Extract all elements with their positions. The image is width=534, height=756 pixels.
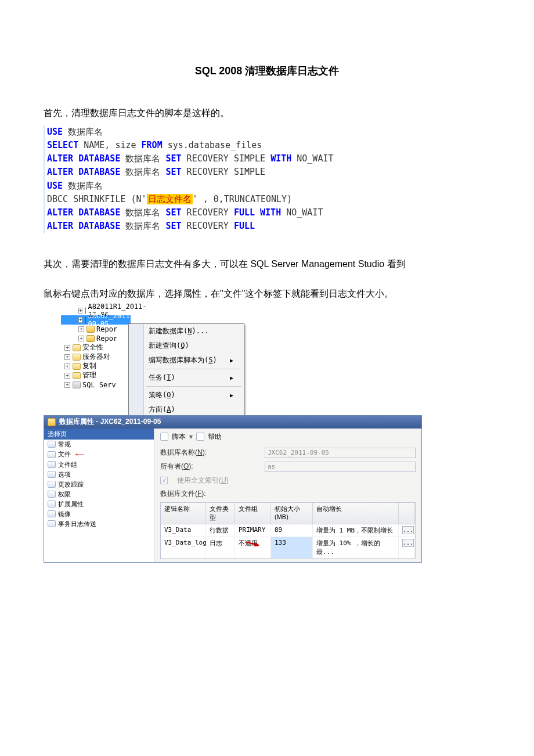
- input-dbname[interactable]: [265, 448, 416, 458]
- page-icon: [48, 451, 56, 458]
- tree-item-selected[interactable]: +JXC62_2011-09-05: [61, 315, 131, 325]
- expand-icon[interactable]: +: [78, 326, 84, 332]
- sidebar-header: 选择页: [44, 429, 154, 440]
- dialog-title: 数据库属性 - JXC62_2011-09-05: [59, 417, 161, 427]
- grid-row-log[interactable]: V3_Data_log 日志 不适用 →133 增量为 10% ，增长的最...…: [161, 537, 415, 559]
- folder-icon: [73, 372, 81, 379]
- label-fulltext: 使用全文索引(U): [177, 476, 229, 485]
- tree-item-serverobjects[interactable]: +服务器对: [61, 352, 131, 362]
- page-icon: [48, 441, 56, 448]
- page-icon: [48, 520, 56, 527]
- database-icon: [85, 316, 86, 323]
- page-icon: [48, 481, 56, 488]
- files-grid: 逻辑名称 文件类型 文件组 初始大小(MB) 自动增长 V3_Data 行数据 …: [160, 502, 416, 559]
- database-icon: [85, 307, 86, 314]
- folder-icon: [73, 344, 81, 351]
- tree-screenshot: +A82011R1_2011-12-06 +JXC62_2011-09-05 +…: [61, 306, 247, 390]
- page-icon: [48, 501, 56, 507]
- dialog-sidebar: 选择页 常规 文件← 文件组 选项 更改跟踪 权限 扩展属性 镜像 事务日志传送: [44, 429, 154, 562]
- paragraph-3: 鼠标右键点击对应的数据库，选择属性，在"文件"这个标签下就能看到日志文件大小。: [44, 286, 490, 301]
- database-icon: [86, 335, 95, 342]
- side-item-mirror[interactable]: 镜像: [44, 509, 154, 519]
- page-title: SQL 2008 清理数据库日志文件: [44, 64, 490, 78]
- expand-icon[interactable]: +: [78, 336, 84, 341]
- tree-item-sqlserv[interactable]: +SQL Serv: [61, 380, 131, 390]
- tree-item-security[interactable]: +安全性: [61, 343, 131, 352]
- ellipsis-button[interactable]: ...: [402, 539, 414, 547]
- dialog-database-properties: 数据库属性 - JXC62_2011-09-05 选择页 常规 文件← 文件组 …: [44, 415, 422, 563]
- side-item-extended[interactable]: 扩展属性: [44, 499, 154, 509]
- dialog-toolbar: 脚本 ▾ 帮助: [160, 432, 416, 442]
- page-icon: [48, 491, 56, 498]
- toolbar-script-label[interactable]: 脚本: [172, 432, 186, 442]
- side-item-permissions[interactable]: 权限: [44, 489, 154, 499]
- paragraph-intro: 首先，清理数据库日志文件的脚本是这样的。: [44, 106, 490, 121]
- chevron-right-icon: ▶: [230, 375, 233, 381]
- folder-icon: [73, 363, 81, 370]
- side-item-files[interactable]: 文件←: [44, 449, 154, 460]
- grid-row-data[interactable]: V3_Data 行数据 PRIMARY 89 增量为 1 MB，不限制增长 ..…: [161, 524, 415, 537]
- tree-item-replication[interactable]: +复制: [61, 362, 131, 371]
- toolbar-help-label[interactable]: 帮助: [208, 432, 222, 442]
- chevron-down-icon[interactable]: ▾: [189, 433, 193, 441]
- paragraph-2: 其次，需要清理的数据库日志文件有多大，可以在 SQL Server Manage…: [44, 257, 490, 272]
- side-item-filegroups[interactable]: 文件组: [44, 460, 154, 470]
- ctx-new-database[interactable]: 新建数据库(N)...: [129, 324, 244, 339]
- page-icon: [48, 471, 56, 478]
- ellipsis-button[interactable]: ...: [402, 526, 414, 534]
- ctx-script[interactable]: 编写数据库脚本为(S)▶: [129, 353, 244, 368]
- help-icon[interactable]: [196, 433, 204, 441]
- ctx-policy[interactable]: 策略(O)▶: [129, 388, 244, 402]
- expand-icon[interactable]: +: [64, 382, 70, 388]
- side-item-changetracking[interactable]: 更改跟踪: [44, 480, 154, 489]
- label-owner: 所有者(O):: [160, 462, 259, 471]
- checkbox-fulltext: ✓: [160, 477, 168, 484]
- chevron-right-icon: ▶: [230, 357, 233, 363]
- script-icon[interactable]: [160, 433, 168, 441]
- ctx-new-query[interactable]: 新建查询(Q): [129, 339, 244, 353]
- side-item-general[interactable]: 常规: [44, 440, 154, 449]
- database-icon: [86, 326, 95, 333]
- server-icon: [73, 381, 81, 388]
- dialog-title-bar: 数据库属性 - JXC62_2011-09-05: [44, 416, 421, 429]
- expand-icon[interactable]: +: [64, 373, 70, 379]
- ctx-tasks[interactable]: 任务(T)▶: [129, 370, 244, 385]
- grid-header: 逻辑名称 文件类型 文件组 初始大小(MB) 自动增长: [161, 503, 415, 524]
- tree-item-management[interactable]: +管理: [61, 371, 131, 380]
- chevron-right-icon: ▶: [230, 392, 233, 398]
- tree-item-db4[interactable]: +Repor: [61, 334, 131, 343]
- expand-icon[interactable]: +: [78, 317, 82, 323]
- expand-icon[interactable]: +: [64, 354, 70, 360]
- red-arrow-icon: ←: [72, 449, 86, 459]
- expand-icon[interactable]: +: [64, 345, 70, 351]
- dialog-main: 脚本 ▾ 帮助 数据库名称(N): 所有者(O): ✓ 使用全文索引(U) 数据…: [154, 429, 421, 562]
- page-icon: [48, 510, 56, 517]
- expand-icon[interactable]: +: [64, 363, 70, 369]
- sql-code-block: USE 数据库名 SELECT NAME, size FROM sys.data…: [44, 125, 490, 233]
- database-icon: [48, 418, 56, 426]
- label-dbname: 数据库名称(N):: [160, 448, 259, 458]
- folder-icon: [73, 354, 81, 361]
- page-icon: [48, 461, 56, 468]
- input-owner[interactable]: [265, 462, 416, 472]
- label-databasefiles: 数据库文件(F):: [160, 489, 259, 499]
- expand-icon[interactable]: +: [78, 308, 82, 314]
- side-item-options[interactable]: 选项: [44, 470, 154, 480]
- side-item-logshipping[interactable]: 事务日志传送: [44, 519, 154, 529]
